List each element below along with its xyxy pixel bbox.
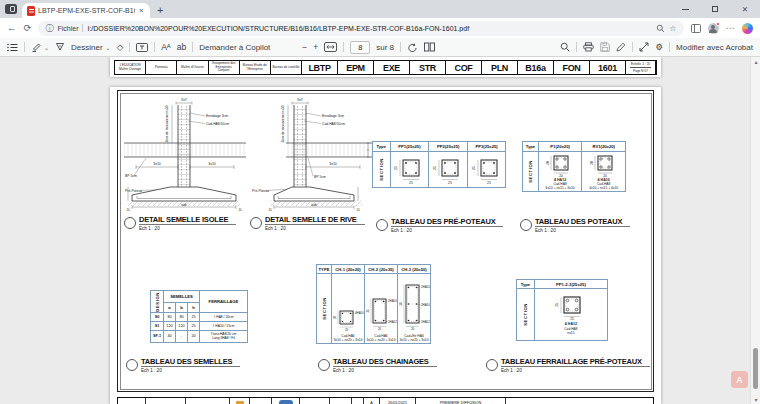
bp-label: BP 5cm bbox=[314, 175, 326, 179]
column-header: PP2(25x25) bbox=[429, 142, 468, 152]
dessiner-label[interactable]: Dessiner bbox=[71, 43, 103, 52]
minimize-button[interactable] bbox=[670, 0, 700, 18]
figure-title-semelle-isolee: DETAIL SEMELLE ISOLEEEch 1 : 20 bbox=[124, 215, 236, 231]
tab-actions-button[interactable] bbox=[0, 0, 22, 18]
svg-text:2HA10: 2HA10 bbox=[388, 299, 397, 303]
tab-close-icon[interactable]: ✕ bbox=[138, 7, 145, 15]
toc-icon[interactable] bbox=[7, 43, 18, 52]
scroll-down-icon[interactable]: ▾ bbox=[751, 396, 760, 403]
save-icon[interactable] bbox=[600, 42, 610, 52]
zoom-page-group: − + sur 8 bbox=[302, 41, 435, 54]
pdf-document-area[interactable]: L'EDUCATION Maître Ouvrage Panneau Maîtr… bbox=[0, 57, 760, 404]
rebar-note: 3x10 + nx20 + 3x10 bbox=[400, 338, 429, 342]
date-cell: 26/01/2021 bbox=[380, 398, 416, 404]
section-sketch: 2525 bbox=[553, 294, 589, 321]
pdf-file-icon bbox=[27, 6, 35, 16]
section-sketch: 2HA102HA123520 bbox=[366, 296, 397, 333]
sheet-header-table: L'EDUCATION Maître Ouvrage Panneau Maîtr… bbox=[114, 60, 657, 75]
settings-gear-icon[interactable]: ⚙ bbox=[655, 43, 663, 52]
text-box-icon[interactable] bbox=[136, 43, 148, 52]
figure-title-pre-poteaux: TABLEAU DES PRÉ-POTEAUXEch 1 : 20 bbox=[376, 217, 503, 233]
scroll-up-icon[interactable]: ▴ bbox=[751, 58, 760, 65]
search-icon[interactable] bbox=[560, 42, 570, 52]
table-row: S1 120 120 25 # HA10 / 15cm bbox=[151, 321, 248, 330]
acrobat-float-button[interactable]: A bbox=[731, 371, 748, 388]
svg-text:20: 20 bbox=[344, 328, 348, 332]
code-cell: EPM bbox=[338, 61, 374, 74]
edit-pen-icon[interactable] bbox=[616, 42, 626, 52]
section-sketch: 2525 bbox=[470, 156, 504, 184]
favorite-star-icon[interactable]: ☆ bbox=[669, 24, 676, 33]
svg-text:35: 35 bbox=[366, 309, 370, 313]
header-cell: Maître d'Oeuvre bbox=[177, 61, 208, 74]
page-view-icon[interactable] bbox=[424, 42, 435, 52]
code-cell: PLN bbox=[482, 61, 518, 74]
dim-label: 10 bbox=[126, 208, 130, 212]
eraser-icon[interactable]: ◇ bbox=[117, 43, 124, 52]
company-logo bbox=[279, 400, 293, 404]
browser-tab[interactable]: LBTP-EPM-EXE-STR-COF-B16a-FO ✕ bbox=[22, 3, 150, 18]
more-options-icon[interactable]: ⋯ bbox=[726, 23, 736, 33]
svg-text:25: 25 bbox=[570, 317, 574, 321]
section-sketch: 2020 bbox=[544, 153, 576, 177]
url-separator bbox=[82, 24, 83, 32]
acrobat-button[interactable]: Modifier avec Acrobat bbox=[676, 43, 753, 52]
chevron-down-icon[interactable]: ⌄ bbox=[44, 44, 49, 51]
column-header: RV1(20x20) bbox=[582, 142, 626, 152]
print-icon[interactable] bbox=[583, 42, 594, 52]
header-cell: Bureau Etude de l'Entreprise bbox=[240, 61, 271, 74]
workspaces-icon bbox=[5, 4, 17, 14]
zoom-in-icon[interactable]: + bbox=[313, 43, 318, 52]
sheet-page-value: 07 bbox=[644, 69, 647, 73]
page-number-input[interactable] bbox=[350, 41, 370, 54]
header-cell: Groupement des Entreprises Conjoint bbox=[209, 61, 240, 74]
maximize-button[interactable] bbox=[700, 0, 730, 18]
page-info-icon[interactable]: ⓘ bbox=[45, 23, 53, 34]
refresh-button[interactable]: ⟳ bbox=[24, 23, 32, 33]
toolbar-divider bbox=[343, 42, 344, 52]
chevron-down-icon[interactable]: ⌄ bbox=[106, 44, 111, 51]
font-size-icon[interactable]: Aᴬ bbox=[161, 43, 171, 52]
back-button[interactable]: ← bbox=[7, 23, 17, 33]
copilot-icon[interactable] bbox=[742, 23, 753, 34]
chainages-table: TYPE CH-1 (20x20) CH-2 (20x35) CH-3 (20x… bbox=[316, 264, 431, 344]
svg-text:2HA10: 2HA10 bbox=[421, 302, 430, 306]
copilot-ask-button[interactable]: Demander à Copilot bbox=[199, 43, 270, 52]
code-cell: COF bbox=[446, 61, 482, 74]
fullscreen-icon[interactable] bbox=[639, 42, 649, 52]
figure-title-ferraillage-pre-poteaux: TABLEAU FERRAILLAGE PRÉ-POTEAUXEch 1 : 2… bbox=[486, 357, 650, 373]
svg-text:2HA10: 2HA10 bbox=[421, 285, 430, 289]
rotate-icon[interactable] bbox=[407, 42, 418, 53]
figure-circle bbox=[318, 359, 330, 371]
svg-text:2HA12: 2HA12 bbox=[388, 319, 397, 323]
read-aloud-icon[interactable]: ab bbox=[177, 43, 186, 52]
drawing-frame: XxY Zone de recouvrement ≥50 Enrobage 3c… bbox=[117, 90, 654, 392]
fit-width-icon[interactable] bbox=[324, 42, 337, 52]
toolbar-divider bbox=[154, 42, 155, 52]
ferraillage-header: FERRAILLAGE bbox=[200, 291, 248, 313]
highlighter-icon[interactable] bbox=[31, 42, 41, 52]
cad-label: Cad.HA8/10cm bbox=[322, 122, 345, 126]
url-scheme-label: Fichier bbox=[57, 25, 78, 32]
dim-label: axb bbox=[181, 203, 187, 207]
pdf-actions-group: ⚙ Modifier avec Acrobat bbox=[560, 42, 753, 52]
close-button[interactable]: ✕ bbox=[730, 0, 760, 18]
enrobage-label: Enrobage 3cm bbox=[322, 114, 344, 118]
design-header: DESIGN bbox=[155, 292, 160, 312]
collections-icon[interactable] bbox=[691, 24, 701, 33]
vertical-scrollbar[interactable]: ▴ ▾ bbox=[750, 57, 760, 404]
new-tab-button[interactable]: + bbox=[157, 3, 163, 17]
address-bar[interactable]: ⓘ Fichier I:/DOSSIER%20BON%20POUR%20EXEC… bbox=[38, 21, 683, 36]
sheet-footer-row: A 26/01/2021 PREMIERE DIFFUSION bbox=[117, 397, 654, 404]
profile-avatar[interactable] bbox=[708, 23, 719, 34]
dim-label: XxY bbox=[297, 98, 304, 102]
code-cell: EXE bbox=[374, 61, 410, 74]
draw-pen-icon[interactable] bbox=[55, 42, 65, 52]
svg-text:25: 25 bbox=[448, 180, 452, 184]
header-cell: Bureau de contrôle bbox=[271, 61, 302, 74]
zoom-out-icon[interactable]: − bbox=[302, 43, 307, 52]
code-cell: B16a bbox=[518, 61, 554, 74]
scrollbar-thumb[interactable] bbox=[753, 348, 758, 389]
detail-semelle-rive-drawing: XxY Zone de recouvrement ≥50 Enrobage 3c… bbox=[250, 97, 376, 211]
zoom-search-icon[interactable] bbox=[656, 24, 665, 33]
